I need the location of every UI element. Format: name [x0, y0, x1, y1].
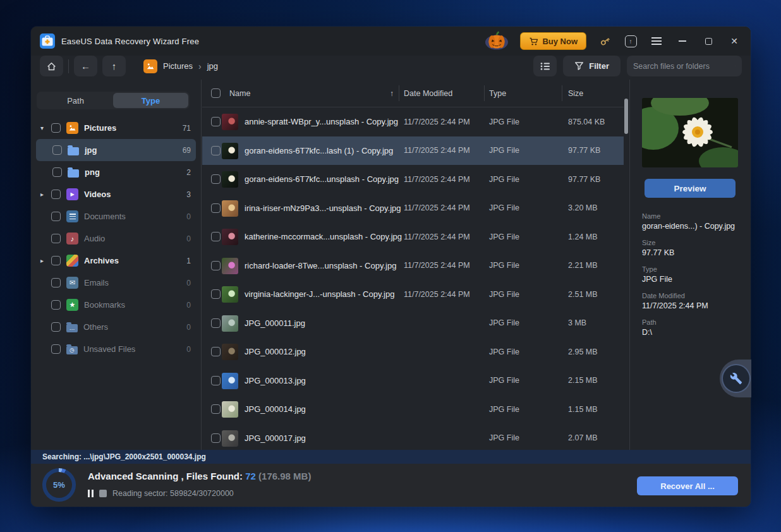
search-icon[interactable] — [735, 61, 736, 71]
stop-scan-icon[interactable] — [99, 490, 107, 497]
audio-checkbox[interactable] — [51, 234, 61, 243]
table-row[interactable]: JPG_000012.jpg JPG File 2.95 MB — [202, 337, 624, 366]
wrench-icon[interactable] — [723, 365, 749, 392]
file-date: 11/7/2025 2:44 PM — [404, 194, 470, 223]
table-row[interactable]: irina-iriser-mNz9Pa3...-unsplash - Copy.… — [202, 194, 624, 223]
file-thumbnail — [222, 171, 238, 188]
home-button[interactable] — [40, 56, 63, 76]
bookmarks-checkbox[interactable] — [51, 300, 61, 310]
recover-all-button[interactable]: Recover All ... — [637, 476, 738, 495]
sort-ascending-icon[interactable]: ↑ — [390, 80, 394, 107]
table-row[interactable]: annie-spratt-WBpr_y...unsplash - Copy.jp… — [202, 107, 624, 136]
list-view-button[interactable] — [533, 56, 557, 76]
preview-button[interactable]: Preview — [645, 179, 736, 198]
row-checkbox[interactable] — [211, 404, 221, 414]
table-row[interactable]: katherine-mccormack...unsplash - Copy.jp… — [202, 222, 624, 251]
file-thumbnail — [222, 229, 238, 245]
tree-collapsed-icon[interactable]: ▸ — [39, 191, 45, 198]
pause-scan-icon[interactable] — [88, 490, 94, 497]
videos-checkbox[interactable] — [51, 190, 61, 199]
row-checkbox[interactable] — [211, 174, 221, 184]
table-row[interactable]: JPG_000017.jpg JPG File 2.07 MB — [202, 424, 624, 450]
sidebar-item-others[interactable]: … Others 0 — [31, 316, 196, 338]
row-checkbox[interactable] — [211, 261, 221, 270]
documents-checkbox[interactable] — [51, 212, 61, 221]
buy-now-button[interactable]: Buy Now — [520, 32, 586, 50]
detail-value-path: D:\ — [642, 328, 746, 337]
row-checkbox[interactable] — [211, 433, 221, 443]
sidebar-item-documents[interactable]: Documents 0 — [31, 205, 196, 227]
files-found-count: 72 — [245, 471, 256, 481]
file-type: JPG File — [489, 107, 519, 136]
search-input[interactable] — [633, 62, 735, 71]
up-icon: ↑ — [112, 61, 117, 71]
table-scrollbar[interactable] — [624, 81, 629, 449]
sidebar-item-archives[interactable]: ▸ Archives 1 — [31, 250, 196, 272]
sidebar-item-unsaved-files[interactable]: ◷ Unsaved Files 0 — [31, 338, 196, 360]
file-thumbnail — [222, 143, 238, 159]
tab-type[interactable]: Type — [113, 93, 188, 108]
pictures-checkbox[interactable] — [51, 123, 61, 133]
easeus-logo-icon — [40, 33, 55, 49]
table-row[interactable]: JPG_000014.jpg JPG File 1.15 MB — [202, 395, 624, 424]
file-name: JPG_000017.jpg — [245, 424, 306, 450]
row-checkbox[interactable] — [211, 232, 221, 241]
minimize-button[interactable] — [675, 33, 690, 49]
searching-status-bar: Searching: ...\jpg\JPG_2000x2501_000034.… — [31, 450, 751, 464]
sidebar-item-bookmarks[interactable]: ★ Bookmarks 0 — [31, 294, 196, 316]
sidebar-item-jpg[interactable]: jpg 69 — [36, 139, 196, 161]
sidebar-item-emails[interactable]: ✉ Emails 0 — [31, 272, 196, 294]
column-header-date[interactable]: Date Modified — [404, 80, 452, 107]
archives-checkbox[interactable] — [51, 256, 61, 265]
breadcrumb-chevron-icon: › — [198, 61, 202, 71]
select-all-checkbox[interactable] — [211, 88, 221, 98]
halloween-pumpkin-icon[interactable] — [484, 30, 509, 52]
maximize-button[interactable] — [701, 33, 716, 49]
sidebar-item-videos[interactable]: ▸ ▶ Videos 3 — [31, 183, 196, 205]
table-row-selected[interactable]: goran-eidens-6T7kfc...lash (1) - Copy.jp… — [202, 136, 624, 166]
share-icon[interactable]: ↑ — [623, 33, 638, 49]
emails-checkbox[interactable] — [51, 278, 61, 287]
png-checkbox[interactable] — [52, 167, 62, 177]
row-checkbox[interactable] — [211, 347, 221, 356]
table-row[interactable]: JPG_000013.jpg JPG File 2.15 MB — [202, 366, 624, 396]
tab-path[interactable]: Path — [38, 93, 113, 108]
file-name: richard-loader-8Twe...unsplash - Copy.jp… — [245, 251, 396, 281]
breadcrumb-current[interactable]: jpg — [207, 61, 218, 71]
search-box — [627, 56, 742, 76]
filter-button[interactable]: Filter — [563, 56, 621, 76]
close-button[interactable]: ✕ — [727, 33, 742, 49]
others-checkbox[interactable] — [51, 322, 61, 332]
unsaved-files-checkbox[interactable] — [51, 344, 61, 354]
sidebar-item-audio[interactable]: ♪ Audio 0 — [31, 227, 196, 250]
row-checkbox[interactable] — [211, 117, 221, 126]
folder-icon — [68, 147, 79, 155]
column-header-name[interactable]: Name — [229, 80, 250, 107]
tree-expanded-icon[interactable]: ▾ — [39, 124, 45, 131]
up-button[interactable]: ↑ — [102, 56, 126, 76]
jpg-checkbox[interactable] — [52, 145, 62, 155]
column-header-size[interactable]: Size — [568, 80, 583, 107]
table-row[interactable]: richard-loader-8Twe...unsplash - Copy.jp… — [202, 251, 624, 281]
file-size: 875.04 KB — [568, 107, 605, 136]
back-button[interactable]: ← — [74, 56, 97, 76]
row-checkbox[interactable] — [211, 318, 221, 328]
scrollbar-thumb[interactable] — [624, 99, 628, 134]
tree-collapsed-icon[interactable]: ▸ — [39, 257, 45, 264]
file-size: 97.77 KB — [568, 165, 600, 194]
cart-icon — [529, 37, 538, 46]
activation-key-icon[interactable] — [597, 33, 612, 49]
sidebar-item-png[interactable]: png 2 — [31, 161, 196, 183]
row-checkbox[interactable] — [211, 146, 221, 155]
row-checkbox[interactable] — [211, 289, 221, 299]
breadcrumb-root[interactable]: Pictures — [163, 61, 193, 71]
table-row[interactable]: JPG_000011.jpg JPG File 3 MB — [202, 309, 624, 338]
table-row[interactable]: virginia-lackinger-J...-unsplash - Copy.… — [202, 280, 624, 309]
menu-icon[interactable] — [649, 33, 664, 49]
column-header-type[interactable]: Type — [489, 80, 506, 107]
sidebar-item-pictures[interactable]: ▾ Pictures 71 — [31, 117, 196, 139]
row-checkbox[interactable] — [211, 376, 221, 385]
row-checkbox[interactable] — [211, 203, 221, 213]
table-row[interactable]: goran-eidens-6T7kfc...unsplash - Copy.jp… — [202, 165, 624, 194]
file-type: JPG File — [489, 222, 519, 251]
